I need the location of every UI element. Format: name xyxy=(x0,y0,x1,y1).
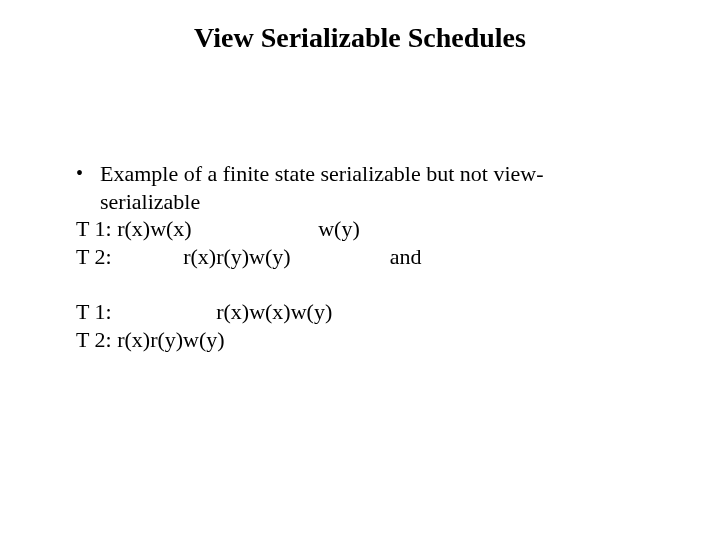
schedule-2: T 1: r(x)w(x)w(y) T 2: r(x)r(y)w(y) xyxy=(76,298,636,353)
slide-body: • Example of a finite state serializable… xyxy=(76,160,636,353)
bullet-text: Example of a finite state serializable b… xyxy=(100,160,636,215)
schedule-1-line-1: T 1: r(x)w(x) w(y) xyxy=(76,215,636,243)
schedule-1-line-2: T 2: r(x)r(y)w(y) and xyxy=(76,243,636,271)
schedule-2-line-2: T 2: r(x)r(y)w(y) xyxy=(76,326,636,354)
schedule-2-line-1: T 1: r(x)w(x)w(y) xyxy=(76,298,636,326)
bullet-item: • Example of a finite state serializable… xyxy=(76,160,636,215)
bullet-marker: • xyxy=(76,160,100,187)
slide-title: View Serializable Schedules xyxy=(0,22,720,54)
slide: View Serializable Schedules • Example of… xyxy=(0,0,720,540)
